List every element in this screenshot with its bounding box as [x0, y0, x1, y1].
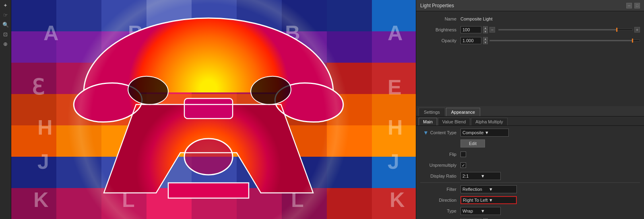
sub-tabs: Main Value Blend Alpha Multiply	[416, 117, 644, 126]
main-tab-content: ▼ Content Type Composite ▼ Edit Flip Unp…	[416, 126, 644, 219]
brightness-top-fill	[499, 29, 616, 30]
display-ratio-label: Display Ratio	[420, 174, 460, 178]
right-panel: Light Properties ─ □ Name Composite Ligh…	[416, 0, 644, 219]
value-blend-sub-tab[interactable]: Value Blend	[438, 118, 471, 125]
display-ratio-arrow: ▼	[481, 174, 499, 178]
edit-button[interactable]: Edit	[460, 139, 485, 147]
tool-icon-5[interactable]: ⊕	[1, 39, 10, 48]
type-row: Type Wrap ▼	[420, 207, 640, 215]
brightness-top-label: Brightness	[420, 27, 460, 32]
unpremultiply-label: Unpremultiply	[420, 163, 460, 168]
display-ratio-dropdown[interactable]: 2:1 ▼	[460, 172, 501, 180]
content-type-value: Composite	[462, 130, 485, 135]
brightness-top-row: Brightness 100 ▲ ▼ − +	[420, 25, 640, 34]
content-type-dropdown[interactable]: Composite ▼	[460, 129, 509, 137]
brightness-top-plus[interactable]: +	[634, 27, 640, 33]
opacity-up[interactable]: ▲	[483, 37, 488, 41]
name-value: Composite Light	[460, 16, 493, 21]
flip-label: Flip	[420, 152, 460, 157]
direction-dropdown[interactable]: Right To Left ▼	[460, 196, 517, 204]
edit-row: Edit	[420, 139, 640, 148]
tool-icon-1[interactable]: ✦	[1, 1, 10, 10]
opacity-row: Opacity 1.000 ▲ ▼	[420, 36, 640, 45]
opacity-slider-container: 1.000 ▲ ▼	[460, 37, 640, 44]
opacity-down[interactable]: ▼	[483, 41, 488, 44]
content-type-arrow: ▼	[485, 130, 507, 135]
name-label: Name	[420, 16, 460, 21]
unpremultiply-checkbox[interactable]: ✓	[460, 162, 466, 168]
panel-titlebar: Light Properties ─ □	[416, 0, 644, 11]
brightness-top-plus-group: +	[634, 27, 640, 33]
direction-arrow: ▼	[489, 198, 514, 203]
direction-row: Direction Right To Left ▼	[420, 196, 640, 205]
brightness-top-input[interactable]: 100	[460, 26, 481, 33]
filter-value: Reflection	[462, 187, 489, 192]
filter-label: Filter	[420, 187, 460, 192]
tool-icon-2[interactable]: ☞	[1, 10, 10, 19]
brightness-top-plus-spacer	[496, 27, 497, 33]
left-toolbar: ✦ ☞ 🔍 ⊡ ⊕	[0, 0, 11, 219]
opacity-spin: ▲ ▼	[483, 37, 488, 44]
opacity-label: Opacity	[420, 38, 460, 43]
filter-arrow: ▼	[489, 187, 515, 192]
unpremultiply-row: Unpremultiply ✓	[420, 161, 640, 170]
content-type-row: ▼ Content Type Composite ▼	[420, 128, 640, 137]
settings-tab[interactable]: Settings	[419, 108, 445, 116]
appearance-tab[interactable]: Appearance	[446, 108, 480, 116]
properties-content: Name Composite Light Brightness 100 ▲ ▼ …	[416, 11, 644, 106]
opacity-fill	[490, 40, 632, 41]
brightness-top-thumb	[616, 28, 617, 32]
type-label: Type	[420, 209, 460, 213]
minimize-button[interactable]: ─	[626, 3, 632, 8]
display-ratio-value: 2:1	[462, 174, 481, 178]
filter-dropdown[interactable]: Reflection ▼	[460, 185, 517, 193]
brightness-top-pm: −	[489, 27, 497, 33]
opacity-track[interactable]	[489, 40, 640, 41]
name-row: Name Composite Light	[420, 14, 640, 23]
brightness-top-up[interactable]: ▲	[483, 26, 488, 30]
restore-button[interactable]: □	[634, 3, 640, 8]
brightness-top-down[interactable]: ▼	[483, 30, 488, 33]
type-dropdown[interactable]: Wrap ▼	[460, 207, 501, 215]
direction-value: Right To Left	[463, 198, 489, 203]
panel-controls: ─ □	[626, 3, 640, 8]
display-ratio-row: Display Ratio 2:1 ▼	[420, 172, 640, 180]
alpha-multiply-sub-tab[interactable]: Alpha Multiply	[471, 118, 507, 125]
canvas-area	[11, 0, 416, 219]
section-divider	[420, 182, 640, 183]
content-type-label: ▼ Content Type	[420, 129, 460, 136]
main-sub-tab[interactable]: Main	[419, 118, 437, 125]
brightness-top-spin: ▲ ▼	[483, 26, 488, 33]
type-value: Wrap	[462, 209, 481, 213]
direction-label: Direction	[420, 198, 460, 203]
tool-icon-4[interactable]: ⊡	[1, 30, 10, 39]
axis-row: Axis 0.500 ▲ ▼	[420, 217, 640, 219]
flip-row: Flip	[420, 150, 640, 159]
brightness-top-slider-container: 100 ▲ ▼ − +	[460, 26, 640, 33]
type-arrow: ▼	[481, 209, 499, 213]
content-type-arrow-icon: ▼	[423, 129, 429, 136]
filter-row: Filter Reflection ▼	[420, 185, 640, 194]
flip-checkbox[interactable]	[460, 151, 466, 157]
panel-title: Light Properties	[420, 3, 454, 8]
opacity-input[interactable]: 1.000	[460, 37, 481, 44]
brightness-top-track[interactable]	[498, 29, 633, 31]
brightness-top-minus[interactable]: −	[489, 27, 495, 33]
tool-icon-3[interactable]: 🔍	[1, 20, 10, 29]
settings-appearance-tabs: Settings Appearance	[416, 106, 644, 117]
opacity-thumb	[632, 39, 633, 43]
